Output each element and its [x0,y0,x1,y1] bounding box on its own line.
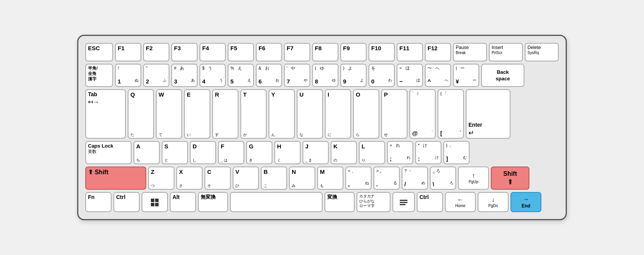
key-yen[interactable]: | ー ¥ ー [453,64,479,87]
svg-rect-5 [400,202,407,203]
key-z[interactable]: Z つ [148,167,174,190]
key-4[interactable]: $ う 4 う [199,64,226,87]
keyboard: ESC F1 F2 F3 F4 F5 F6 F7 F8 F9 F10 [77,35,567,220]
key-c[interactable]: C そ [205,167,231,190]
key-colon[interactable]: * け : け [415,141,441,164]
key-end[interactable]: → End [510,192,541,212]
key-f8[interactable]: F8 [312,43,338,61]
key-insert[interactable]: Insert PrtScr [489,43,523,61]
svg-rect-6 [400,204,406,205]
svg-rect-0 [151,199,154,202]
key-capslock[interactable]: Caps Lock 英数 [85,141,132,164]
key-shift-left[interactable]: ⬆ Shift [85,167,146,190]
key-f7[interactable]: F7 [284,43,310,61]
key-s[interactable]: S と [162,141,188,164]
key-pgdn[interactable]: ↓ PgDn [478,192,509,212]
svg-rect-2 [151,203,154,206]
key-space[interactable] [230,192,323,212]
key-9[interactable]: ) よ 9 よ [340,64,367,87]
key-backslash[interactable]: _ ろ \ ろ [430,167,456,190]
svg-rect-3 [155,203,159,206]
key-henkan[interactable]: 変換 [325,192,355,212]
key-k[interactable]: K の [331,141,357,164]
key-y[interactable]: Y ん [269,89,295,139]
key-comma[interactable]: < 、 , ね [345,167,372,190]
key-ctrl-left[interactable]: Ctrl [113,192,140,212]
number-row: 半角/全角漢字 ! 1 ぬ " 2 ふ # あ [85,64,559,87]
key-w[interactable]: W て [156,89,182,139]
key-pause[interactable]: Pause Break [453,43,487,61]
key-v[interactable]: V ひ [233,167,259,190]
svg-rect-4 [400,200,407,201]
key-esc[interactable]: ESC [85,43,113,61]
key-q[interactable]: Q た [128,89,154,139]
key-bracket-left[interactable]: { 「 [ ° [438,89,464,139]
key-l[interactable]: L り [359,141,385,164]
key-delete[interactable]: Delete SysRq [525,43,559,61]
key-muhenkan[interactable]: 無変換 [198,192,228,212]
key-enter[interactable]: Enter ↵ [466,89,510,139]
key-i[interactable]: I に [325,89,351,139]
key-2[interactable]: " 2 ふ [143,64,169,87]
key-home[interactable]: ← Home [445,192,476,212]
key-r[interactable]: R す [212,89,238,139]
key-shift-right[interactable]: Shift ⬆ [491,167,529,190]
key-f6[interactable]: F6 [256,43,282,61]
key-j[interactable]: J _ ま [303,141,329,164]
windows-icon [150,198,159,207]
key-f4[interactable]: F4 [199,43,226,61]
key-0[interactable]: を 0 わ [368,64,395,87]
key-bracket-right[interactable]: } 」 ] む [443,141,470,164]
key-hankaku[interactable]: 半角/全角漢字 [85,64,113,87]
key-f3[interactable]: F3 [171,43,198,61]
key-d[interactable]: D し [190,141,216,164]
shift-row: ⬆ Shift Z つ X さ C そ V ひ B こ N み M も [85,167,559,190]
key-p[interactable]: P せ [381,89,407,139]
key-6[interactable]: & お 6 お [256,64,282,87]
key-f10[interactable]: F10 [368,43,395,61]
svg-rect-1 [155,199,159,202]
key-f[interactable]: F _ は [218,141,244,164]
key-o[interactable]: O ら [353,89,379,139]
tab-row: Tab ↤→ Q た W て E い R す T か Y ん U な [85,89,559,139]
key-h[interactable]: H く [274,141,301,164]
key-semicolon[interactable]: + れ ; れ [387,141,413,164]
key-eisu[interactable] [392,192,415,212]
key-alt-left[interactable]: Alt [170,192,196,212]
key-minus[interactable]: = ほ − ほ [397,64,423,87]
key-1[interactable]: ! 1 ぬ [115,64,141,87]
key-period[interactable]: > 。 . る [374,167,400,190]
key-u[interactable]: U な [297,89,323,139]
key-tab[interactable]: Tab ↤→ [85,89,126,139]
key-backspace[interactable]: Backspace [481,64,524,87]
key-win[interactable] [142,192,168,212]
key-m[interactable]: M も [317,167,343,190]
key-slash[interactable]: ? ・ / め [402,167,428,190]
key-f5[interactable]: F5 [228,43,254,61]
caps-row: Caps Lock 英数 A ち S と D し F _ は G き H く J [85,141,559,164]
key-x[interactable]: X さ [176,167,203,190]
key-f12[interactable]: F12 [425,43,451,61]
function-row: ESC F1 F2 F3 F4 F5 F6 F7 F8 F9 F10 [85,43,559,61]
key-at[interactable]: ` ﾞ @ ゛ [409,89,436,139]
key-fn[interactable]: Fn [85,192,112,212]
key-n[interactable]: N み [289,167,315,190]
key-7[interactable]: ' や 7 や [284,64,310,87]
key-g[interactable]: G き [246,141,272,164]
key-3[interactable]: # あ 3 あ [171,64,198,87]
key-f1[interactable]: F1 [115,43,141,61]
key-ctrl-right[interactable]: Ctrl [417,192,443,212]
key-f9[interactable]: F9 [340,43,367,61]
key-katakana[interactable]: カタカナ ひらがな ローマ字 [357,192,390,212]
key-5[interactable]: % え 5 え [228,64,254,87]
key-pgup[interactable]: ↑ PgUp [458,167,489,190]
key-f2[interactable]: F2 [143,43,169,61]
key-e[interactable]: E い [184,89,210,139]
key-f11[interactable]: F11 [397,43,423,61]
key-b[interactable]: B こ [261,167,287,190]
key-a[interactable]: A ち [134,141,160,164]
bottom-row: Fn Ctrl Alt 無変換 変換 カタカナ ひらがな ロー [85,192,559,212]
key-t[interactable]: T か [240,89,267,139]
key-8[interactable]: ( ゆ 8 ゆ [312,64,338,87]
key-caret[interactable]: 〜 へ ^ へ [425,64,451,87]
